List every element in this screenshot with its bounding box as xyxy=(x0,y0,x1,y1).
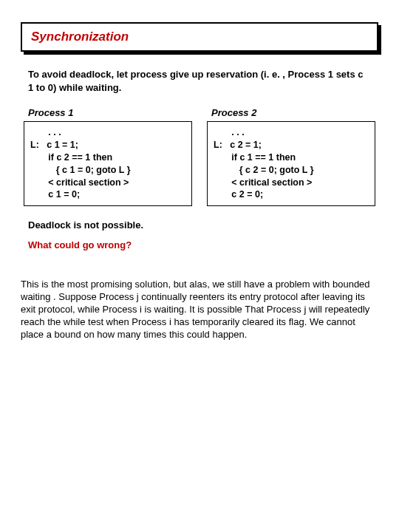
process-row: Process 1 . . . L: c 1 = 1; if c 2 == 1 … xyxy=(24,107,375,206)
process-2-col: Process 2 . . . L: c 2 = 1; if c 1 == 1 … xyxy=(207,107,375,206)
title-box: Synchronization xyxy=(21,22,378,52)
deadlock-statement: Deadlock is not possible. xyxy=(28,219,371,231)
process-2-code: . . . L: c 2 = 1; if c 1 == 1 then { c 2… xyxy=(207,121,375,206)
slide-title: Synchronization xyxy=(31,30,129,44)
process-1-title: Process 1 xyxy=(24,107,192,118)
slide-area: Synchronization To avoid deadlock, let p… xyxy=(0,0,399,258)
process-2-title: Process 2 xyxy=(207,107,375,118)
intro-text: To avoid deadlock, let process give up r… xyxy=(28,68,371,94)
question-text: What could go wrong? xyxy=(28,239,371,250)
slide-notes: This is the most promising solution, but… xyxy=(0,258,399,370)
process-1-col: Process 1 . . . L: c 1 = 1; if c 2 == 1 … xyxy=(24,107,192,206)
process-1-code: . . . L: c 1 = 1; if c 2 == 1 then { c 1… xyxy=(24,121,192,206)
